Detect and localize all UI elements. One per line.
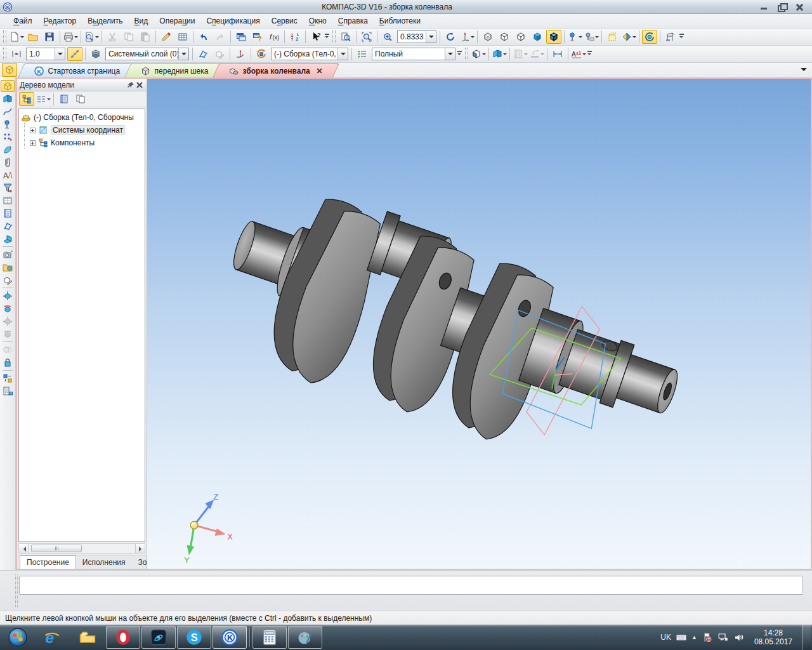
library-structure-button[interactable] — [663, 30, 678, 44]
solid-operations-button[interactable] — [492, 47, 507, 61]
menu-select[interactable]: Выделить — [82, 15, 128, 27]
dropdown-caret-icon[interactable] — [482, 49, 485, 59]
zoom-selection-button[interactable] — [359, 30, 374, 44]
tab-list-button[interactable] — [801, 68, 807, 74]
toolbar-overflow-button[interactable] — [457, 48, 463, 60]
rebuild-model-button[interactable] — [254, 47, 269, 61]
new-model-button[interactable] — [2, 63, 17, 77]
toolbar-overflow-button[interactable] — [324, 30, 331, 43]
menu-window[interactable]: Окно — [303, 15, 332, 27]
display-modes-button[interactable] — [621, 30, 636, 44]
rotate-component-button[interactable] — [1, 302, 15, 314]
document-tab-part[interactable]: передния шека — [128, 63, 222, 77]
restore-button[interactable] — [776, 3, 788, 11]
toolbar-grip[interactable] — [3, 30, 6, 43]
part-calculator-button[interactable] — [1, 385, 15, 397]
component-sets-button[interactable] — [1, 372, 15, 384]
menu-libraries[interactable]: Библиотеки — [374, 15, 426, 27]
dropdown-caret-icon[interactable] — [95, 32, 98, 42]
model-tree[interactable]: (-) Сборка (Тел-0, Сборочны Системы коор… — [18, 109, 145, 542]
hide-objects-button[interactable] — [584, 30, 599, 44]
parameterization-button[interactable] — [1, 220, 15, 232]
dimensions-cube-button[interactable] — [605, 30, 620, 44]
expand-icon[interactable] — [30, 140, 36, 146]
show-desktop-button[interactable] — [802, 625, 811, 650]
wireframe-display-button[interactable] — [480, 30, 495, 44]
refresh-image-button[interactable] — [443, 30, 458, 44]
context-help-button[interactable] — [308, 30, 324, 44]
tree-composition-button[interactable] — [36, 92, 51, 106]
dropdown-caret-icon[interactable] — [582, 49, 586, 59]
snap-points-button[interactable] — [67, 47, 82, 61]
panel-close-icon[interactable] — [135, 81, 144, 90]
current-layer-combo[interactable]: Системный слой (0) — [105, 48, 189, 60]
tree-item-components[interactable]: Компоненты — [21, 136, 145, 149]
detail-level-dropdown-icon[interactable] — [445, 48, 455, 60]
add-component-button[interactable] — [1, 261, 15, 273]
open-document-button[interactable] — [25, 30, 41, 44]
dropdown-caret-icon[interactable] — [20, 32, 23, 42]
scroll-left-icon[interactable] — [19, 544, 29, 553]
dropdown-caret-icon[interactable] — [471, 32, 474, 42]
exchange-order-button[interactable] — [287, 30, 303, 44]
crankshaft-model[interactable] — [202, 169, 699, 496]
step-value-combo[interactable]: 1.0 — [26, 48, 65, 60]
dropdown-caret-icon[interactable] — [579, 32, 582, 42]
shaded-display-button[interactable] — [530, 30, 545, 44]
tab-close-button[interactable]: ✕ — [314, 67, 323, 76]
tolerances-button[interactable] — [571, 47, 586, 61]
toolbar-grip[interactable] — [3, 48, 6, 60]
tree-tab-1[interactable]: Исполнения — [76, 556, 132, 569]
objects-list-button[interactable] — [355, 47, 370, 61]
language-indicator[interactable]: UK — [660, 633, 671, 642]
property-bar-input[interactable] — [19, 576, 803, 595]
toolbar-grip[interactable] — [332, 30, 336, 43]
hidden-lines-thin-display-button[interactable] — [513, 30, 528, 44]
scrollbar-thumb[interactable] — [31, 545, 82, 552]
taskbar-kompas-3d[interactable] — [213, 626, 247, 649]
volume-icon[interactable] — [733, 632, 745, 643]
dropdown-caret-icon[interactable] — [503, 49, 506, 59]
shaded-edges-display-button[interactable] — [546, 30, 561, 44]
help-topics-button[interactable] — [250, 30, 265, 44]
current-layer-dropdown-icon[interactable] — [178, 48, 188, 60]
capture-image-button[interactable] — [1, 248, 15, 260]
scale-dropdown-icon[interactable] — [426, 31, 436, 43]
menu-specification[interactable]: Спецификация — [200, 15, 265, 27]
taskbar-calculator[interactable] — [252, 626, 287, 649]
filters-button[interactable] — [1, 182, 15, 194]
minimize-button[interactable] — [759, 3, 770, 11]
window-manager-button[interactable] — [233, 30, 249, 44]
tree-relations-button[interactable] — [56, 92, 72, 106]
tree-root-item[interactable]: (-) Сборка (Тел-0, Сборочны — [21, 111, 145, 124]
model-section-button[interactable] — [471, 47, 486, 61]
scale-combo[interactable]: 0.8333 — [397, 30, 436, 43]
tree-structure-button[interactable] — [19, 92, 34, 106]
points-array-button[interactable] — [1, 131, 15, 143]
hidden-icons-button[interactable]: ▲ — [691, 634, 697, 640]
fix-component-button[interactable] — [1, 356, 15, 368]
save-document-button[interactable] — [42, 30, 57, 44]
dropdown-caret-icon[interactable] — [540, 49, 544, 59]
move-component-button[interactable] — [1, 289, 15, 302]
document-tab-asm[interactable]: зборка коленвала✕ — [216, 63, 336, 77]
menu-help[interactable]: Справка — [332, 15, 374, 27]
taskbar-internet-explorer[interactable] — [35, 626, 69, 649]
print-button[interactable] — [63, 30, 78, 44]
taskbar-cad-viewer[interactable] — [141, 626, 176, 649]
grid-step-button[interactable] — [9, 47, 24, 61]
dropdown-caret-icon[interactable] — [632, 32, 636, 42]
dropdown-caret-icon[interactable] — [524, 49, 527, 59]
action-center-icon[interactable] — [702, 632, 713, 643]
new-document-button[interactable] — [9, 30, 24, 44]
network-icon[interactable] — [717, 632, 729, 643]
menu-file[interactable]: Файл — [8, 15, 38, 27]
taskbar-paint[interactable] — [288, 626, 322, 649]
property-bar-grip[interactable] — [15, 574, 18, 607]
rotate-model-button[interactable] — [642, 30, 657, 44]
menu-view[interactable]: Вид — [129, 15, 154, 27]
edit-in-place-button[interactable] — [1, 274, 15, 286]
expand-icon[interactable] — [30, 128, 36, 133]
toolbar-grip[interactable] — [465, 48, 468, 60]
orientation-button[interactable] — [459, 30, 475, 44]
